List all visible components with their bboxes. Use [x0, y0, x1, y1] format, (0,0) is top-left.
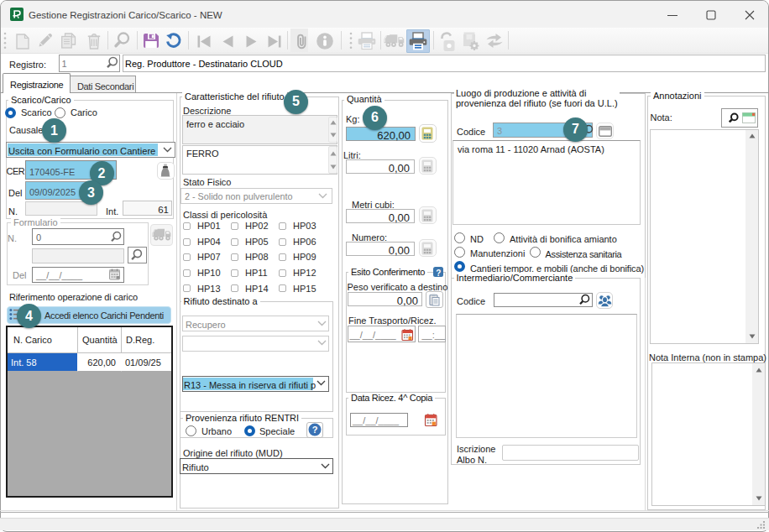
svg-text:?: ?: [312, 425, 318, 435]
